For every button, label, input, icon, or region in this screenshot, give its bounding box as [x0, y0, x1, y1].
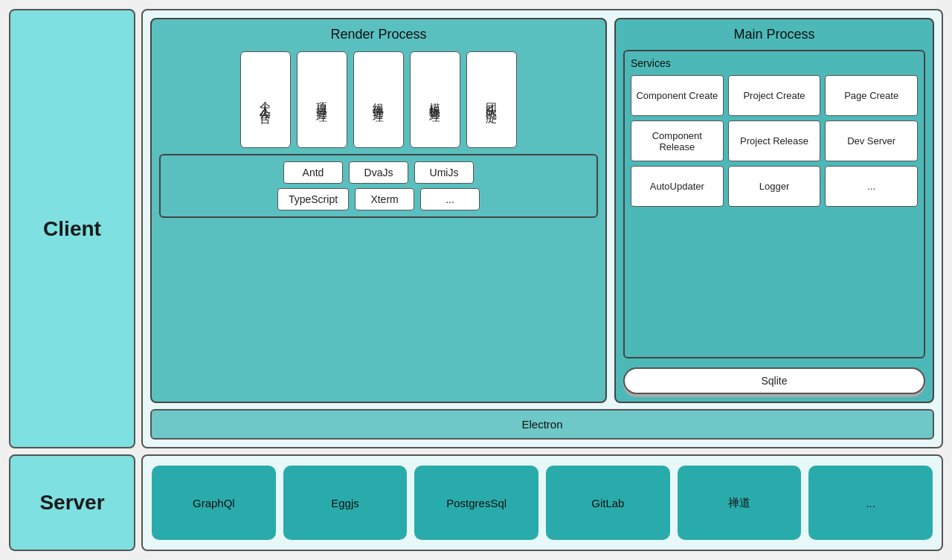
service-project-release: Project Release — [728, 120, 821, 161]
electron-bar: Electron — [150, 409, 934, 440]
main-process-title: Main Process — [623, 27, 925, 42]
service-autoupdater: AutoUpdater — [631, 166, 724, 207]
process-area: Render Process 个人工作台 项目管理 组件管理 模板管理 团队沉淀… — [150, 18, 934, 403]
server-services: GraphQl Eggjs PostgresSql GitLab 禅道 ... — [141, 454, 943, 551]
server-label: Server — [39, 491, 104, 515]
service-dev-server: Dev Server — [825, 120, 918, 161]
lib-more: ... — [420, 188, 480, 210]
page-card-2: 项目管理 — [297, 51, 347, 148]
client-box: Client — [9, 9, 135, 448]
main-container: Render Process 个人工作台 项目管理 组件管理 模板管理 团队沉淀… — [141, 9, 943, 448]
page-card-3: 组件管理 — [353, 51, 404, 148]
service-gitlab: GitLab — [546, 466, 670, 540]
services-title: Services — [631, 57, 918, 69]
service-component-create: Component Create — [631, 75, 724, 116]
server-box: Server — [9, 454, 135, 551]
services-box: Services Component Create Project Create… — [623, 50, 925, 358]
main-process-box: Main Process Services Component Create P… — [614, 18, 934, 403]
pages-row: 个人工作台 项目管理 组件管理 模板管理 团队沉淀 — [159, 51, 598, 148]
libs-row-1: Antd DvaJs UmiJs — [167, 161, 591, 184]
render-process-title: Render Process — [159, 27, 598, 42]
page-card-5: 团队沉淀 — [466, 51, 517, 148]
lib-xterm: Xterm — [355, 188, 414, 210]
libs-row-2: TypeScript Xterm ... — [167, 188, 591, 210]
service-project-create: Project Create — [728, 75, 821, 116]
lib-typescript: TypeScript — [277, 188, 349, 210]
client-label: Client — [43, 217, 101, 241]
sqlite-bar: Sqlite — [623, 367, 925, 394]
libs-area: Antd DvaJs UmiJs TypeScript Xterm ... — [159, 154, 598, 218]
service-page-create: Page Create — [825, 75, 918, 116]
service-more: ... — [825, 166, 918, 207]
services-grid: Component Create Project Create Page Cre… — [631, 75, 918, 207]
service-zendao: 禅道 — [678, 466, 802, 540]
service-eggjs: Eggjs — [283, 466, 408, 540]
lib-umijs: UmiJs — [414, 161, 474, 184]
lib-antd: Antd — [283, 161, 343, 184]
service-graphql: GraphQl — [152, 466, 276, 540]
sqlite-area: Sqlite — [623, 367, 925, 394]
service-more-server: ... — [808, 466, 933, 540]
service-component-release: Component Release — [631, 120, 724, 161]
page-card-1: 个人工作台 — [240, 51, 291, 148]
service-postgresql: PostgresSql — [414, 466, 538, 540]
page-card-4: 模板管理 — [410, 51, 460, 148]
lib-dvajs: DvaJs — [349, 161, 408, 184]
render-process-box: Render Process 个人工作台 项目管理 组件管理 模板管理 团队沉淀… — [150, 18, 607, 403]
service-logger: Logger — [728, 166, 821, 207]
